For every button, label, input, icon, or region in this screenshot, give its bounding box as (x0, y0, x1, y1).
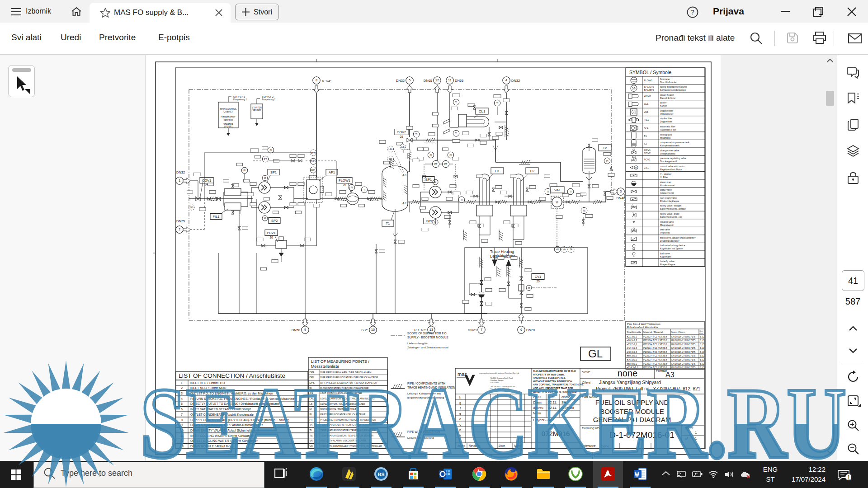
svg-text:1: 1 (181, 381, 183, 385)
svg-text:Leitung mit Isolierung: Leitung mit Isolierung (407, 436, 434, 439)
svg-text:Doppelfilter: Doppelfilter (660, 120, 672, 123)
svg-text:H2: H2 (530, 169, 535, 173)
svg-text:schrank: schrank (223, 118, 233, 121)
svg-text:8: 8 (181, 418, 183, 422)
svg-text:INLET MDO / Eintritt MDO: INLET MDO / Eintritt MDO (190, 386, 226, 389)
svg-text:T2: T2 (603, 146, 607, 150)
svg-text:1: 1 (179, 178, 180, 183)
svg-text:Dampf Erhitzer: Dampf Erhitzer (660, 97, 676, 99)
svg-text:LEVEL ALARM LOW / FÜLLSTAND AL: LEVEL ALARM LOW / FÜLLSTAND ALARM NIEDRI… (321, 397, 375, 400)
svg-text:7: 7 (481, 328, 482, 332)
svg-text:Rückschlagklappe: Rückschlagklappe (660, 200, 679, 202)
svg-text:control valve with motor: control valve with motor (660, 165, 685, 168)
svg-text:M: M (635, 167, 637, 169)
svg-text:AF1: AF1 (644, 127, 648, 129)
svg-text:A2: A2 (402, 202, 406, 205)
svg-text:LS: LS (310, 403, 313, 405)
svg-text:compensation pressure tank: compensation pressure tank (660, 141, 690, 144)
svg-text:VK: VK (556, 248, 559, 251)
svg-text:CV1: CV1 (644, 166, 649, 169)
svg-text:EN 10216-2 / DIN17175: EN 10216-2 / DIN17175 (671, 347, 696, 349)
svg-text:DRAIN MODULE / Ablauf Modul: DRAIN MODULE / Ablauf Modul (190, 445, 235, 448)
svg-text:Date: Date (499, 444, 505, 447)
svg-text:mas-maritime assembly systems: mas-maritime assembly systems (Kunshan) … (479, 372, 519, 374)
svg-text:FLOW1: FLOW1 (644, 79, 652, 82)
svg-text:3.1C: 3.1C (700, 355, 704, 357)
svg-text:magnet valve: magnet valve (660, 221, 674, 223)
svg-text:Begleitheizung und Isolierung: Begleitheizung und Isolierung (407, 396, 444, 399)
svg-text:Hauptschalt-: Hauptschalt- (221, 115, 236, 118)
svg-text:BP1/BP2: BP1/BP2 (644, 89, 654, 91)
svg-text:M: M (528, 286, 530, 289)
svg-text:SUPPLY 2: SUPPLY 2 (262, 95, 274, 98)
svg-text:TS: TS (583, 209, 586, 212)
svg-text:GS: GS (310, 392, 313, 394)
svg-text:TEMPERATUR-ALARM / TEMPERATUR-: TEMPERATUR-ALARM / TEMPERATUR-ALARM (321, 423, 370, 426)
svg-text:10: 10 (180, 429, 184, 432)
svg-text:P235GH TC1 / ST35.8: P235GH TC1 / ST35.8 (643, 354, 667, 357)
svg-text:TI: TI (461, 198, 463, 201)
svg-text:Material / Material: Material / Material (643, 331, 663, 333)
svg-text:TS: TS (310, 434, 313, 437)
svg-text:LIMIT SWITCH / ENDLAGENSCHALTE: LIMIT SWITCH / ENDLAGENSCHALTER (321, 392, 362, 394)
svg-text:DN65: DN65 (424, 79, 432, 83)
svg-text:Leitung / Komponenten mit: Leitung / Komponenten mit (407, 392, 441, 395)
svg-text:DN32: DN32 (176, 170, 185, 174)
svg-text:VK: VK (310, 445, 313, 447)
svg-text:DIFF. PRESSURE INDICATOR / DIF: DIFF. PRESSURE INDICATOR / DIFF. DRUCK A… (321, 376, 378, 379)
svg-text:5: 5 (409, 78, 410, 82)
svg-text:TI: TI (415, 133, 418, 136)
svg-text:DPI: DPI (310, 376, 314, 379)
svg-text:02.11.: 02.11. (548, 400, 557, 404)
svg-text:LEVEL SWITCH / FÜLLSTANDSSCHAL: LEVEL SWITCH / FÜLLSTANDSSCHALTER (321, 403, 365, 405)
svg-text:25: 25 (400, 135, 403, 138)
svg-text:A3: A3 (665, 371, 675, 379)
svg-text:GENERAL P+I DIAGRAM: GENERAL P+I DIAGRAM (593, 416, 671, 423)
svg-text:Lieferumfang für: Lieferumfang für (407, 342, 428, 345)
svg-text:B.Tetard: B.Tetard (561, 406, 574, 410)
svg-text:d: d (459, 417, 461, 421)
svg-text:INLET SATURATED STEAM / Eintri: INLET SATURATED STEAM / Eintritt Dampf (190, 408, 250, 411)
svg-text:PIPE WITH INSULATION: PIPE WITH INSULATION (407, 430, 440, 433)
svg-text:Zert: Zert (699, 332, 703, 334)
svg-text:PT: PT (310, 418, 313, 421)
svg-text:WITHOUT WRITTEN PERMISSION.: WITHOUT WRITTEN PERMISSION. (533, 380, 573, 383)
svg-text:OUTLET CONDENSATE / Austritt K: OUTLET CONDENSATE / Austritt Kondensate (190, 413, 254, 416)
svg-text:g: g (459, 401, 461, 405)
svg-text:DN20: DN20 (468, 328, 476, 332)
svg-text:Schraubenspindelpumpe: Schraubenspindelpumpe (660, 89, 686, 91)
svg-text:VA: VA (563, 248, 566, 251)
svg-text:P235GH TC1 / ST35.8: P235GH TC1 / ST35.8 (643, 335, 667, 338)
svg-text:Kondensomat: Kondensomat (660, 184, 675, 187)
svg-text:none: none (618, 368, 638, 378)
svg-text:CL1: CL1 (644, 103, 648, 105)
svg-text:LIST OF MEASURING POINTS /: LIST OF MEASURING POINTS / (311, 359, 369, 364)
svg-text:DN32: DN32 (511, 79, 520, 83)
svg-text:M: M (310, 408, 312, 410)
svg-text:PT: PT (444, 163, 448, 165)
svg-text:PRESSURE TRANSMITTER / DRUCK T: PRESSURE TRANSMITTER / DRUCK TRANSMITTER (321, 418, 377, 421)
svg-text:H1/H2: H1/H2 (644, 95, 651, 98)
svg-text:GS: GS (190, 206, 193, 209)
svg-text:INLET COOLING WATER / Eintritt: INLET COOLING WATER / Eintritt Kühlwasse… (190, 434, 254, 437)
svg-text:Name: Name (561, 395, 570, 399)
svg-text:MOTOR DRIVE / MOTORANTRIEB: MOTOR DRIVE / MOTORANTRIEB (321, 408, 357, 410)
svg-text:DN50: DN50 (292, 328, 300, 332)
svg-text:Client: Client (582, 380, 591, 385)
svg-text:Absperrklappe: Absperrklappe (660, 263, 675, 266)
svg-text:SCOPE OF SUPPLY FOR F.O.: SCOPE OF SUPPLY FOR F.O. (407, 332, 447, 335)
svg-text:Fax +86 00512-57900619: Fax +86 00512-57900619 (491, 388, 509, 390)
svg-text:COV2: COV2 (644, 152, 651, 155)
svg-text:FIL1: FIL1 (644, 118, 649, 121)
svg-text:Messstellenliste: Messstellenliste (311, 364, 339, 369)
svg-text:pressure regulating valve: pressure regulating valve (660, 157, 686, 160)
svg-text:viscosimeter: viscosimeter (660, 109, 673, 112)
svg-text:Absperrventil: Absperrventil (660, 192, 674, 194)
svg-text:b: b (459, 428, 461, 432)
svg-text:SH: SH (561, 400, 566, 404)
svg-text:DRAIN AUTOMATIC FILTER / Ablau: DRAIN AUTOMATIC FILTER / Ablauf Automati… (190, 423, 263, 427)
svg-text:6: 6 (181, 408, 183, 411)
svg-text:EN 10216-2 / DIN17175: EN 10216-2 / DIN17175 (671, 335, 696, 338)
svg-text:Tel. +86 00512-57900619 e: Tel. +86 00512-57900619 ext. 805 (491, 386, 515, 388)
svg-text:11: 11 (448, 78, 452, 82)
